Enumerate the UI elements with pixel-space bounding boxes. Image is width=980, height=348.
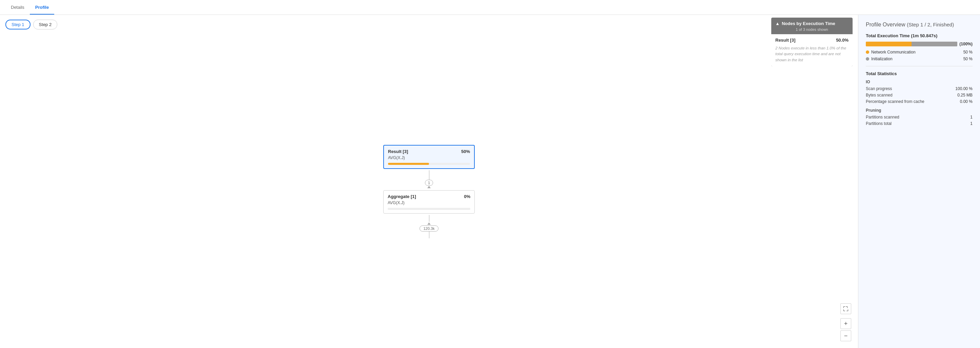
connector-top-line (429, 170, 430, 180)
node-result-bar (388, 163, 429, 165)
node-aggregate-percentage: 0% (464, 194, 470, 199)
node-result-header: Result [3] 50% (388, 149, 470, 154)
node-result-title: Result [3] (388, 149, 408, 154)
tab-details[interactable]: Details (5, 1, 30, 14)
stat-value-scan-progress: 100.00 % (955, 86, 972, 91)
stat-group-title-pruning: Pruning (866, 108, 972, 113)
stat-value-bytes-scanned: 0.25 MB (957, 93, 972, 98)
stat-row-bytes-scanned: Bytes scanned 0.25 MB (866, 93, 972, 98)
legend-dot-1 (866, 57, 869, 60)
diagram-area: Step 1 Step 2 ▲ Nodes by Execution Time … (0, 15, 858, 348)
tab-profile[interactable]: Profile (30, 1, 54, 14)
connector-top-arrow (427, 186, 431, 188)
zoom-controls: + − (840, 303, 851, 341)
time-bar (866, 42, 957, 46)
node-result-percentage: 50% (461, 149, 470, 154)
connector-bottom-line-top (429, 215, 430, 222)
node-result[interactable]: Result [3] 50% AVG(X.J) (383, 145, 475, 169)
profile-overview: Profile Overview (Step 1 / 2, Finished) … (858, 15, 980, 348)
total-statistics-label: Total Statistics (866, 71, 972, 76)
stat-value-partitions-scanned: 1 (970, 115, 972, 120)
stat-row-partitions-total: Partitions total 1 (866, 121, 972, 126)
time-bar-gray (912, 42, 957, 46)
profile-overview-subtitle: (Step 1 / 2, Finished) (907, 22, 954, 27)
tab-bar: Details Profile (0, 0, 980, 15)
node-aggregate-title: Aggregate [1] (388, 194, 416, 199)
legend-row-0: Network Communication 50 % (866, 50, 972, 54)
time-bar-row: (100%) (866, 42, 972, 46)
stat-label-cache-pct: Percentage scanned from cache (866, 99, 924, 104)
node-aggregate-header: Aggregate [1] 0% (388, 194, 470, 199)
legend-value-0: 50 % (963, 50, 972, 54)
legend-row-1: Initialization 50 % (866, 57, 972, 61)
profile-overview-title: Profile Overview (Step 1 / 2, Finished) (866, 22, 972, 28)
step1-button[interactable]: Step 1 (5, 20, 30, 30)
time-bar-orange (866, 42, 912, 46)
connector-top: 1 (425, 170, 433, 189)
stat-label-partitions-total: Partitions total (866, 121, 892, 126)
time-bar-pct: (100%) (959, 42, 972, 46)
stat-group-title-io: IO (866, 79, 972, 84)
connector-bottom-badge: 120.3k (420, 225, 438, 231)
stat-value-partitions-total: 1 (970, 121, 972, 126)
legend-label-0: Network Communication (871, 50, 916, 54)
fullscreen-icon (843, 306, 848, 312)
connector-bottom-line-bottom (429, 231, 430, 238)
flow-container: Result [3] 50% AVG(X.J) 1 Aggregate [1] … (0, 35, 858, 348)
nodes-panel-title: Nodes by Execution Time (782, 21, 835, 26)
connector-top-badge: 1 (425, 180, 433, 186)
fullscreen-button[interactable] (840, 303, 851, 314)
step2-button[interactable]: Step 2 (33, 20, 57, 30)
legend-dot-0 (866, 51, 869, 54)
legend-value-1: 50 % (963, 57, 972, 61)
divider-1 (866, 66, 972, 66)
connector-bottom-arrow-up (427, 222, 431, 225)
stat-label-scan-progress: Scan progress (866, 86, 892, 91)
execution-time-label: Total Execution Time (1m 50.847s) (866, 33, 972, 38)
step-buttons: Step 1 Step 2 (0, 15, 63, 34)
node-result-bar-container (388, 163, 470, 165)
legend-label-1: Initialization (871, 57, 892, 61)
connector-bottom: 120.3k (420, 215, 438, 238)
stat-row-cache-pct: Percentage scanned from cache 0.00 % (866, 99, 972, 104)
node-aggregate-bar-container (388, 208, 470, 210)
stat-row-partitions-scanned: Partitions scanned 1 (866, 115, 972, 120)
nodes-panel-header: ▲ Nodes by Execution Time (771, 17, 853, 27)
stat-label-partitions-scanned: Partitions scanned (866, 115, 899, 120)
nodes-panel-subtitle: 1 of 3 nodes shown (771, 27, 853, 34)
main-content: Step 1 Step 2 ▲ Nodes by Execution Time … (0, 15, 980, 348)
nodes-panel-collapse-icon[interactable]: ▲ (775, 21, 780, 26)
node-result-label: AVG(X.J) (388, 155, 470, 160)
node-aggregate-label: AVG(X.J) (388, 201, 470, 205)
node-aggregate[interactable]: Aggregate [1] 0% AVG(X.J) (383, 190, 475, 214)
zoom-in-button[interactable]: + (840, 318, 851, 329)
stat-value-cache-pct: 0.00 % (960, 99, 972, 104)
stat-row-scan-progress: Scan progress 100.00 % (866, 86, 972, 91)
zoom-out-button[interactable]: − (840, 331, 851, 341)
stat-label-bytes-scanned: Bytes scanned (866, 93, 892, 98)
